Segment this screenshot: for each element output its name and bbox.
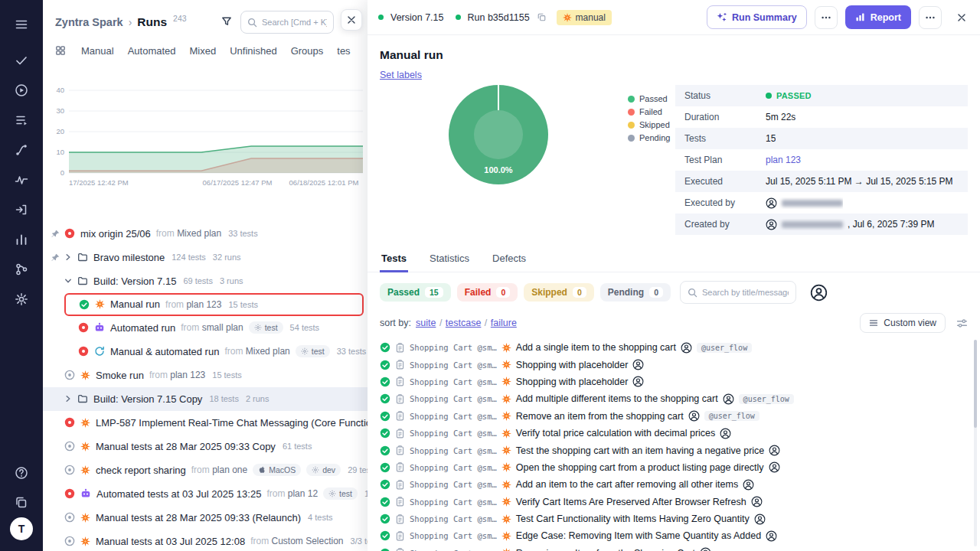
run-row[interactable]: Build: Version 7.15 Copy18 tests2 runs [43,387,368,411]
chip-skipped[interactable]: Skipped0 [524,283,594,302]
left-tab-automated[interactable]: Automated [128,45,176,57]
manual-run-icon [95,299,105,309]
branches-icon[interactable] [6,254,37,284]
close-panel-button[interactable] [341,9,362,31]
test-row[interactable]: Shopping Cart @sm…Test Cart Functionalit… [368,510,980,527]
tab-tests[interactable]: Tests [380,246,408,272]
flows-icon[interactable] [6,135,37,165]
results-icon[interactable] [6,45,37,75]
assignee-icon[interactable] [632,359,644,370]
run-row[interactable]: Manual tests at 03 Jul 2025 12:08from Cu… [43,530,368,551]
set-labels-link[interactable]: Set labels [380,70,422,80]
runs-icon[interactable] [6,75,37,105]
chevron-right-icon[interactable] [64,253,72,261]
breadcrumb-project[interactable]: Zyntra Spark [55,16,123,28]
custom-view-button[interactable]: Custom view [860,313,946,333]
left-tab-manual[interactable]: Manual [81,45,114,57]
version-label[interactable]: Version 7.15 [390,12,444,23]
assignee-icon[interactable] [743,479,754,491]
run-detail-panel: Version 7.15 Run b35d1155 manual Run Sum… [368,0,980,551]
scrollbar-thumb[interactable] [974,340,977,428]
assignee-icon[interactable] [723,393,734,405]
sort-suite[interactable]: suite [416,318,436,328]
test-row[interactable]: Shopping Cart @sm…Shopping with placehol… [368,373,980,390]
runs-search[interactable] [240,11,334,34]
passed-icon [380,377,390,387]
assignee-filter-button[interactable] [810,284,828,302]
assignee-icon[interactable] [769,461,780,473]
assignee-icon[interactable] [700,547,711,551]
test-row[interactable]: Shopping Cart @sm…Shopping with placehol… [368,356,980,373]
settings-icon[interactable] [6,284,37,314]
assignee-icon[interactable] [751,496,763,507]
sort-failure[interactable]: failure [491,318,517,328]
chip-passed[interactable]: Passed15 [380,283,451,302]
report-button[interactable]: Report [845,5,911,29]
test-row[interactable]: Shopping Cart @sm…Test the shopping cart… [368,442,980,458]
assignee-icon[interactable] [754,514,766,525]
menu-icon[interactable] [6,9,37,39]
user-avatar[interactable]: T [10,517,33,540]
close-run-button[interactable] [954,10,969,25]
tab-statistics[interactable]: Statistics [428,246,471,272]
run-row[interactable]: Manual tests at 28 Mar 2025 09:33 (Relau… [43,506,368,530]
copy-icon[interactable] [537,12,547,22]
assignee-icon[interactable] [766,530,777,542]
run-row[interactable]: Build: Version 7.1569 tests3 runs [43,269,368,293]
run-row[interactable]: mix origin 25/06from Mixed plan33 tests [43,222,368,246]
run-row[interactable]: Smoke runfrom plan 12315 tests [43,364,368,387]
passed-icon [380,497,390,507]
chevron-right-icon[interactable] [64,395,72,403]
run-row[interactable]: Manual runfrom plan 12315 tests [64,293,364,316]
analytics-icon[interactable] [6,165,37,194]
run-row[interactable]: Automated runfrom small plantest54 tests [43,316,368,340]
run-row[interactable]: Automated tests at 03 Jul 2025 13:25from… [43,482,368,506]
test-row[interactable]: Shopping Cart @sm…Verify Cart Items Are … [368,494,980,510]
test-row[interactable]: Shopping Cart @sm…Add a single item to t… [368,339,980,356]
test-row[interactable]: Shopping Cart @sm…Add multiple different… [368,390,980,407]
test-row[interactable]: Shopping Cart @sm…Verify total price cal… [368,425,980,442]
run-row[interactable]: LMP-587 Implement Real-Time Chat Messagi… [43,411,368,435]
filter-button[interactable] [218,13,235,32]
topbar-actions: Run Summary Report [707,5,969,29]
run-row[interactable]: Bravo milestone124 tests32 runs [43,246,368,269]
chip-pending[interactable]: Pending0 [600,283,671,302]
reports-icon[interactable] [6,224,37,254]
test-row[interactable]: Shopping Cart @sm…Add an item to the car… [368,476,980,493]
assignee-icon[interactable] [720,428,731,439]
chevron-down-icon[interactable] [64,277,72,285]
more-button-2[interactable] [919,6,942,29]
test-row[interactable]: Shopping Cart @sm…Edge Case: Removing It… [368,527,980,544]
test-row[interactable]: Shopping Cart @sm…Removing an Item from … [368,545,980,551]
more-button[interactable] [815,6,838,29]
left-tab-tes[interactable]: tes [337,45,350,57]
tab-defects[interactable]: Defects [491,246,528,272]
scrollbar[interactable] [974,340,977,546]
assignee-icon[interactable] [681,342,692,354]
test-row[interactable]: Shopping Cart @sm…Remove an item from th… [368,408,980,425]
assignee-icon[interactable] [688,410,700,422]
test-plan-link[interactable]: plan 123 [766,155,801,165]
test-cases-icon[interactable] [6,105,37,135]
run-row[interactable]: Manual & automated runfrom Mixed plantes… [43,340,368,364]
help-icon[interactable] [6,458,37,487]
tests-search-input[interactable] [702,288,789,297]
assignee-icon[interactable] [769,445,780,456]
chip-failed[interactable]: Failed0 [457,283,518,302]
view-settings-icon[interactable] [956,318,968,329]
run-summary-button[interactable]: Run Summary [707,5,807,29]
projects-icon[interactable] [6,487,37,517]
runs-search-input[interactable] [262,18,327,27]
left-tab-unfinished[interactable]: Unfinished [230,45,276,57]
run-row[interactable]: check report sharingfrom plan oneMacOSde… [43,458,368,482]
assignee-icon[interactable] [632,376,644,387]
left-tab-groups[interactable]: Groups [291,45,324,57]
left-tab-mixed[interactable]: Mixed [190,45,217,57]
sort-testcase[interactable]: testcase [446,318,482,328]
run-row[interactable]: Manual tests at 28 Mar 2025 09:33 Copy61… [43,435,368,458]
test-row[interactable]: Shopping Cart @sm…Open the shopping cart… [368,459,980,476]
tests-search[interactable] [680,281,796,304]
share-icon[interactable] [6,194,37,224]
view-grid-icon[interactable] [55,45,66,56]
suite-label: Shopping Cart @sm… [410,412,497,421]
